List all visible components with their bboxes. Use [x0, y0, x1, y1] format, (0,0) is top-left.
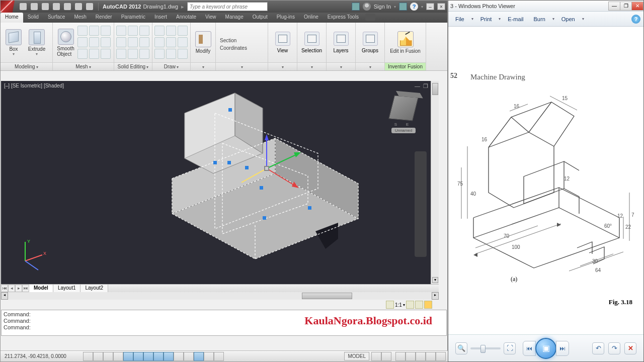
- fit-window-icon[interactable]: ⛶: [504, 342, 516, 354]
- mesh-tool-icon[interactable]: [101, 37, 111, 47]
- wpv-image-canvas[interactable]: 52 Machine Drawing (a) Fig. 3.18: [448, 27, 643, 333]
- drawing-viewport[interactable]: [–] [SE Isometric] [Shaded] — ❐ ✕ SE Unn…: [1, 81, 439, 284]
- viewcube-cube-icon[interactable]: [388, 95, 419, 121]
- anno-scale-value[interactable]: 1:1: [395, 302, 402, 308]
- tab-view[interactable]: View: [201, 13, 221, 23]
- mesh-tool-icon[interactable]: [89, 49, 99, 59]
- section-label[interactable]: Section: [220, 38, 247, 43]
- delete-icon[interactable]: ✕: [624, 342, 636, 354]
- panel-title-modify[interactable]: [191, 62, 215, 70]
- 3dosnap-toggle[interactable]: [133, 352, 143, 361]
- mesh-tool-icon[interactable]: [101, 49, 111, 59]
- edit-fusion-button[interactable]: Edit in Fusion: [387, 30, 424, 55]
- draw-tool-icon[interactable]: [178, 26, 188, 36]
- scroll-right-icon[interactable]: ▸: [432, 292, 439, 300]
- layout-prev-icon[interactable]: ◂: [8, 285, 15, 292]
- minimize-button[interactable]: –: [426, 3, 434, 10]
- draw-tool-icon[interactable]: [178, 49, 188, 59]
- viewport-scrollbar-v[interactable]: ▾: [431, 81, 439, 284]
- quickview-layouts-icon[interactable]: [371, 352, 381, 361]
- view-button[interactable]: View: [270, 32, 295, 53]
- slideshow-button[interactable]: ▣: [535, 338, 556, 359]
- panel-title-groups[interactable]: [356, 62, 384, 70]
- otrack-toggle[interactable]: [143, 352, 153, 361]
- save-icon[interactable]: [42, 3, 49, 10]
- scrollbar-thumb[interactable]: [302, 293, 352, 299]
- model-space-button[interactable]: MODEL: [344, 352, 369, 360]
- wpv-open-menu[interactable]: Open: [557, 15, 579, 24]
- coordinates-label[interactable]: Coordinates: [220, 45, 247, 51]
- tab-annotate[interactable]: Annotate: [172, 13, 201, 23]
- am-toggle[interactable]: [214, 352, 224, 361]
- extrude-button[interactable]: Extrude▾: [26, 28, 48, 57]
- wpv-help-icon[interactable]: ?: [631, 15, 640, 24]
- layout-tab-model[interactable]: Model: [29, 285, 53, 292]
- navigation-bar[interactable]: [415, 151, 427, 257]
- tab-focus-icon[interactable]: [365, 14, 375, 21]
- draw-tool-icon[interactable]: [178, 37, 188, 47]
- scrollbar-thumb[interactable]: [432, 83, 438, 95]
- qp-toggle[interactable]: [194, 352, 204, 361]
- box-button[interactable]: Box▾: [3, 28, 25, 57]
- panel-title-layers[interactable]: [327, 62, 355, 70]
- vp-maximize-icon[interactable]: ❐: [423, 83, 428, 89]
- lock-icon[interactable]: [406, 352, 416, 361]
- tab-solid[interactable]: Solid: [23, 13, 43, 23]
- osnap-toggle[interactable]: [123, 352, 133, 361]
- draw-tool-icon[interactable]: [166, 37, 176, 47]
- tab-insert[interactable]: Insert: [150, 13, 172, 23]
- 3d-model[interactable]: [157, 78, 368, 289]
- tab-mesh[interactable]: Mesh: [69, 13, 91, 23]
- layout-next-icon[interactable]: ▸: [15, 285, 22, 292]
- viewport-scrollbar-h[interactable]: ◂ ▸: [1, 292, 439, 300]
- tab-home[interactable]: Home: [1, 13, 23, 23]
- search-input[interactable]: [187, 2, 268, 11]
- clean-screen-icon[interactable]: [436, 352, 446, 361]
- ortho-toggle[interactable]: [103, 352, 113, 361]
- panel-title-draw[interactable]: Draw: [152, 62, 190, 70]
- mesh-tool-icon[interactable]: [89, 37, 99, 47]
- panel-title-mesh[interactable]: Mesh: [53, 62, 114, 70]
- anno-light-icon[interactable]: [424, 301, 432, 309]
- tab-render[interactable]: Render: [91, 13, 117, 23]
- next-image-button[interactable]: ⏭: [556, 341, 569, 356]
- wpv-print-menu[interactable]: Print: [476, 15, 496, 24]
- draw-tool-icon[interactable]: [166, 49, 176, 59]
- solid-tool-icon[interactable]: [139, 26, 149, 36]
- panel-title-selection[interactable]: [297, 62, 326, 70]
- modify-button[interactable]: Modify: [193, 30, 213, 55]
- mesh-tool-icon[interactable]: [101, 26, 111, 36]
- isolate-icon[interactable]: [426, 352, 436, 361]
- dyn-toggle[interactable]: [164, 352, 174, 361]
- help-icon[interactable]: ?: [410, 3, 418, 11]
- anno-scale-icon[interactable]: [386, 301, 394, 309]
- tab-plugins[interactable]: Plug-ins: [272, 13, 299, 23]
- anno-vis-icon[interactable]: [406, 301, 414, 309]
- rotate-cw-icon[interactable]: ↷: [608, 342, 620, 354]
- polar-toggle[interactable]: [113, 352, 123, 361]
- solid-tool-icon[interactable]: [116, 26, 126, 36]
- quickview-drawings-icon[interactable]: [381, 352, 391, 361]
- groups-button[interactable]: Groups: [358, 32, 382, 53]
- solid-tool-icon[interactable]: [128, 49, 138, 59]
- smooth-button[interactable]: Smooth Object: [55, 28, 76, 58]
- draw-tool-icon[interactable]: [154, 26, 165, 36]
- sc-toggle[interactable]: [204, 352, 214, 361]
- solid-tool-icon[interactable]: [128, 37, 138, 47]
- wpv-email-menu[interactable]: E-mail: [504, 15, 527, 24]
- panel-expand[interactable]: [216, 62, 268, 70]
- prev-image-button[interactable]: ⏮: [523, 341, 536, 356]
- cursor-coordinates[interactable]: 211.2734, -90.4218, 0.0000: [1, 353, 81, 359]
- layout-first-icon[interactable]: ⏮: [1, 285, 8, 292]
- tab-parametric[interactable]: Parametric: [117, 13, 150, 23]
- layout-last-icon[interactable]: ⏭: [22, 285, 29, 292]
- print-icon[interactable]: [64, 3, 71, 10]
- solid-tool-icon[interactable]: [116, 49, 126, 59]
- wpv-close-button[interactable]: ✕: [631, 2, 643, 11]
- tab-manage[interactable]: Manage: [221, 13, 248, 23]
- selection-button[interactable]: Selection: [299, 32, 324, 53]
- viewcube-ucs-label[interactable]: Unnamed: [391, 128, 416, 133]
- anno-auto-icon[interactable]: [415, 301, 423, 309]
- undo-icon[interactable]: [75, 3, 82, 10]
- vp-minimize-icon[interactable]: —: [415, 83, 420, 89]
